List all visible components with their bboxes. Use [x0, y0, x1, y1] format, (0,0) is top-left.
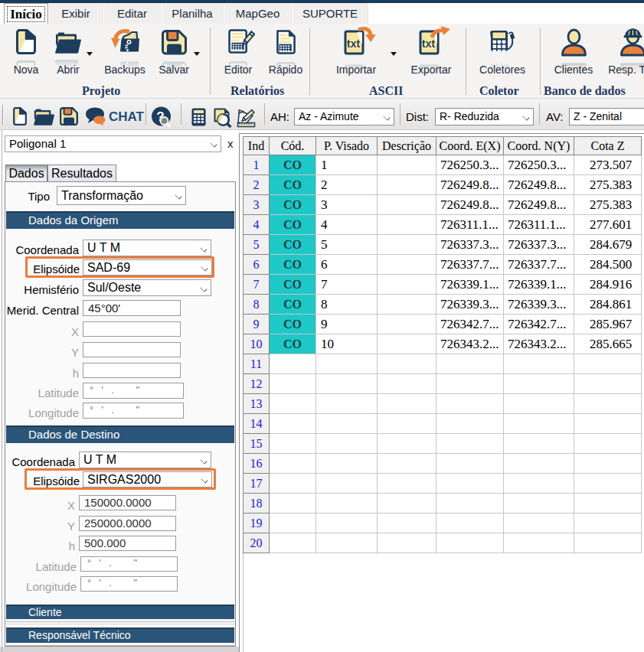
- svg-text:txt: txt: [422, 37, 435, 50]
- svg-text:txt: txt: [347, 37, 360, 50]
